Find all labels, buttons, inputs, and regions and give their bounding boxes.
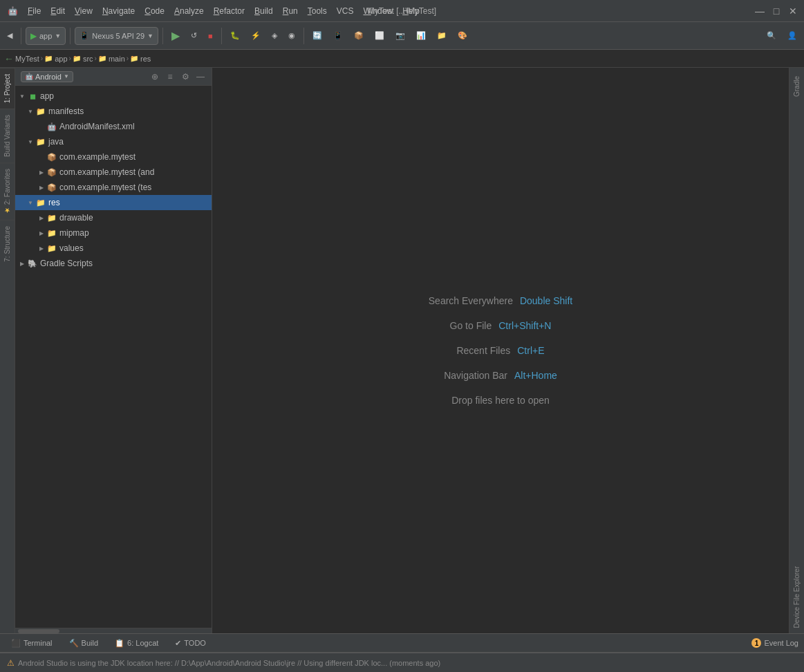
app-dropdown[interactable]: ▶ app ▼	[26, 27, 66, 45]
sync-icon[interactable]: ⊕	[149, 71, 160, 82]
android-label: Android	[35, 73, 62, 81]
panel-close-icon[interactable]: —	[195, 71, 206, 82]
tab-todo[interactable]: ✔ TODO	[169, 637, 212, 649]
run-button[interactable]: ▶	[167, 26, 184, 46]
tree-drawable[interactable]: ▶ 📁 drawable	[15, 210, 212, 225]
event-log-button[interactable]: 1 Event Log	[751, 638, 798, 648]
pkg1-label: com.example.mytest	[59, 152, 135, 162]
tree-java[interactable]: ▼ 📁 java	[15, 134, 212, 149]
breadcrumb-app[interactable]: 📁app	[44, 55, 67, 63]
profiler-button[interactable]: 📊	[412, 26, 430, 46]
search-everywhere-hint: Search Everywhere Double Shift	[429, 295, 572, 306]
status-bar: ⚠ Android Studio is using the JDK locati…	[0, 653, 804, 672]
tree-pkg1[interactable]: 📦 com.example.mytest	[15, 149, 212, 165]
tab-project[interactable]: 1: Project	[0, 68, 15, 109]
menu-run[interactable]: Run	[279, 5, 302, 17]
account-button[interactable]: 👤	[783, 26, 801, 46]
menu-tools[interactable]: Tools	[303, 5, 331, 17]
tree-res[interactable]: ▼ 📁 res	[15, 195, 212, 210]
star-icon: ★	[3, 207, 11, 214]
breadcrumb-res[interactable]: 📁res	[130, 55, 151, 63]
android-dropdown[interactable]: 🤖 Android ▼	[21, 71, 73, 82]
menu-navigate[interactable]: Navigate	[98, 5, 139, 17]
device-file-button[interactable]: 📁	[433, 26, 451, 46]
tab-terminal[interactable]: ⬛ Terminal	[6, 637, 58, 649]
debug-button[interactable]: 🐛	[226, 26, 244, 46]
project-tree[interactable]: ▼ ◼ app ▼ 📁 manifests 🤖 AndroidManifest.…	[15, 86, 212, 628]
folder-icon-main: 📁	[98, 55, 106, 62]
profile-button[interactable]: ◈	[268, 26, 281, 46]
tree-manifests[interactable]: ▼ 📁 manifests	[15, 104, 212, 119]
tree-mipmap[interactable]: ▶ 📁 mipmap	[15, 225, 212, 241]
menu-vcs[interactable]: VCS	[333, 5, 358, 17]
settings-icon[interactable]: ⚙	[180, 71, 191, 82]
sep4	[221, 28, 222, 44]
tab-logcat[interactable]: 📋 6: Logcat	[109, 637, 164, 649]
tree-scrollbar-thumb[interactable]	[18, 629, 59, 633]
main-layout: 1: Project Build Variants ★ 2: Favorites…	[0, 68, 804, 633]
capture-button[interactable]: 📷	[391, 26, 409, 46]
attach-button[interactable]: ⚡	[247, 26, 265, 46]
stop-button[interactable]: ■	[204, 26, 217, 46]
menu-build[interactable]: Build	[250, 5, 277, 17]
mipmap-folder-icon: 📁	[47, 228, 57, 238]
tab-build-variants[interactable]: Build Variants	[0, 109, 15, 162]
tree-values[interactable]: ▶ 📁 values	[15, 241, 212, 256]
menu-file[interactable]: File	[24, 5, 45, 17]
androidmanifest-label: AndroidManifest.xml	[59, 122, 135, 131]
event-log-label: Event Log	[764, 639, 798, 647]
tab-build[interactable]: 🔨 Build	[64, 637, 104, 649]
maximize-button[interactable]: □	[771, 6, 782, 17]
breadcrumb-bar: ← MyTest › 📁app › 📁src › 📁main › 📁res	[0, 50, 804, 68]
tab-favorites[interactable]: ★ 2: Favorites	[0, 162, 15, 220]
manifests-label: manifests	[48, 106, 84, 116]
back-button[interactable]: ◀	[3, 26, 17, 46]
search-button[interactable]: 🔍	[763, 26, 780, 46]
arrow-gradle: ▶	[18, 259, 26, 268]
sync-button[interactable]: 🔄	[308, 26, 326, 46]
breadcrumb-mytest[interactable]: MyTest	[15, 55, 39, 63]
collapse-icon[interactable]: ≡	[165, 71, 176, 82]
sep1	[21, 28, 21, 44]
sdk-button[interactable]: 📦	[350, 26, 368, 46]
menu-code[interactable]: Code	[140, 5, 169, 17]
device-dropdown[interactable]: 📱 Nexus 5 API 29 ▼	[75, 27, 158, 45]
breadcrumb-sep4: ›	[127, 55, 129, 62]
tree-pkg3[interactable]: ▶ 📦 com.example.mytest (tes	[15, 180, 212, 195]
arrow-drawable: ▶	[37, 214, 46, 222]
tab-gradle[interactable]: Gradle	[790, 71, 803, 102]
breadcrumb-src[interactable]: 📁src	[73, 55, 93, 63]
tab-favorites-label: 2: Favorites	[3, 169, 11, 205]
java-folder-icon: 📁	[36, 137, 46, 147]
menu-view[interactable]: View	[71, 5, 97, 17]
breadcrumb-main[interactable]: 📁main	[98, 55, 125, 63]
recent-files-shortcut: Ctrl+E	[517, 345, 544, 356]
arrow-manifests: ▼	[26, 107, 35, 115]
tab-project-label: 1: Project	[3, 74, 11, 103]
theme-button[interactable]: 🎨	[454, 26, 471, 46]
breadcrumb-back[interactable]: ←	[4, 53, 14, 64]
drop-hint: Drop files here to open	[451, 395, 550, 406]
build-icon: 🔨	[69, 639, 79, 648]
todo-label: TODO	[184, 639, 206, 647]
right-sidebar: Gradle Device File Explorer	[789, 68, 804, 633]
menu-refactor[interactable]: Refactor	[209, 5, 249, 17]
coverage-button[interactable]: ◉	[284, 26, 299, 46]
arrow-res: ▼	[26, 198, 35, 207]
tree-gradle[interactable]: ▶ 🐘 Gradle Scripts	[15, 256, 212, 271]
close-button[interactable]: ✕	[787, 6, 798, 17]
avd-button[interactable]: 📱	[329, 26, 347, 46]
tree-scrollbar[interactable]	[15, 628, 212, 633]
tab-device-file-explorer[interactable]: Device File Explorer	[790, 561, 803, 633]
arrow-pkg3: ▶	[37, 183, 46, 192]
tree-pkg2[interactable]: ▶ 📦 com.example.mytest (and	[15, 165, 212, 180]
rerun-button[interactable]: ↺	[187, 26, 201, 46]
tab-structure[interactable]: 7: Structure	[0, 220, 15, 268]
menu-edit[interactable]: Edit	[46, 5, 69, 17]
sep3	[162, 28, 163, 44]
menu-analyze[interactable]: Analyze	[170, 5, 208, 17]
layout-button[interactable]: ⬜	[371, 26, 389, 46]
minimize-button[interactable]: —	[754, 6, 765, 17]
tree-androidmanifest[interactable]: 🤖 AndroidManifest.xml	[15, 119, 212, 134]
tree-app[interactable]: ▼ ◼ app	[15, 88, 212, 104]
